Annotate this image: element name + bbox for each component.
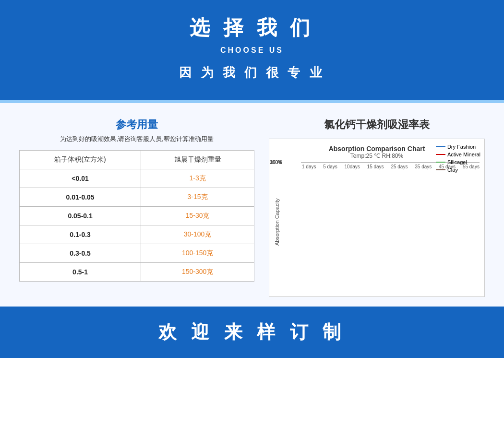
right-col: 氯化钙干燥剂吸湿率表 Absorption Comparison Chart T…	[269, 118, 485, 297]
legend-label: Active Mineral	[447, 152, 480, 157]
left-col: 参考用量 为达到好的吸潮效果,请咨询客服人员,帮您计算准确用量 箱子体积(立方米…	[19, 118, 254, 282]
legend-item: Silicagel	[436, 159, 480, 165]
left-heading: 参考用量	[19, 118, 254, 132]
table-cell-volume: <0.01	[20, 169, 141, 188]
top-section: 选 择 我 们 CHOOSE US 因 为 我 们 很 专 业	[0, 0, 504, 100]
table-row: 0.5-1150-300克	[20, 263, 254, 282]
reference-table: 箱子体积(立方米) 旭晨干燥剂重量 <0.011-3克0.01-0.053-15…	[19, 150, 254, 282]
table-cell-weight: 30-100克	[141, 225, 254, 244]
legend-item: Active Mineral	[436, 152, 480, 157]
col2-header: 旭晨干燥剂重量	[141, 151, 254, 169]
main-title: 选 择 我 们	[10, 14, 494, 41]
chart-area: Absorption Capacity	[274, 162, 480, 282]
legend-label: Dry Fashion	[447, 144, 476, 150]
legend-item: Dry Fashion	[436, 144, 480, 150]
table-cell-weight: 3-15克	[141, 188, 254, 207]
footer-title: 欢 迎 来 样 订 制	[10, 320, 494, 344]
table-row: <0.011-3克	[20, 169, 254, 188]
subtitle-en: CHOOSE US	[10, 46, 494, 55]
white-section: 参考用量 为达到好的吸潮效果,请咨询客服人员,帮您计算准确用量 箱子体积(立方米…	[0, 103, 504, 307]
bottom-section: 欢 迎 来 样 订 制	[0, 307, 504, 358]
table-cell-volume: 0.3-0.5	[20, 244, 141, 263]
table-cell-volume: 0.5-1	[20, 263, 141, 282]
col1-header: 箱子体积(立方米)	[20, 151, 141, 169]
table-row: 0.05-0.115-30克	[20, 207, 254, 225]
left-subtext: 为达到好的吸潮效果,请咨询客服人员,帮您计算准确用量	[19, 135, 254, 143]
table-row: 0.3-0.5100-150克	[20, 244, 254, 263]
legend-item: Clay	[436, 167, 480, 173]
table-cell-weight: 15-30克	[141, 207, 254, 225]
table-row: 0.01-0.053-15克	[20, 188, 254, 207]
chart-container: Absorption Comparison Chart Temp:25 ℃ RH…	[269, 139, 485, 297]
table-row: 0.1-0.330-100克	[20, 225, 254, 244]
table-cell-volume: 0.05-0.1	[20, 207, 141, 225]
legend-label: Silicagel	[447, 159, 467, 165]
legend-label: Clay	[447, 167, 458, 173]
table-cell-volume: 0.01-0.05	[20, 188, 141, 207]
table-cell-volume: 0.1-0.3	[20, 225, 141, 244]
table-cell-weight: 1-3克	[141, 169, 254, 188]
right-heading: 氯化钙干燥剂吸湿率表	[269, 118, 485, 132]
two-col-layout: 参考用量 为达到好的吸潮效果,请咨询客服人员,帮您计算准确用量 箱子体积(立方米…	[19, 118, 485, 297]
y-axis-label: Absorption Capacity	[274, 162, 283, 282]
subtitle-cn: 因 为 我 们 很 专 业	[10, 64, 494, 81]
table-cell-weight: 150-300克	[141, 263, 254, 282]
chart-legend: Dry FashionActive MineralSilicagelClay	[436, 144, 480, 175]
table-cell-weight: 100-150克	[141, 244, 254, 263]
